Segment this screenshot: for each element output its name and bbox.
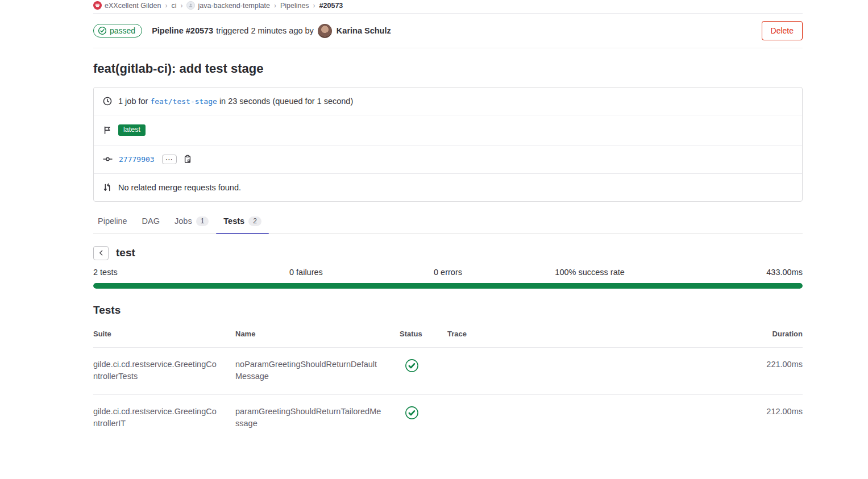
commit-row: 27779903 ⋯: [94, 145, 802, 174]
column-header-status: Status: [400, 328, 447, 340]
triggered-text: triggered 2 minutes ago by: [216, 26, 314, 35]
commit-sha-link[interactable]: 27779903: [119, 155, 155, 164]
copy-commit-sha-button[interactable]: [183, 155, 192, 164]
stat-success-rate: 100% success rate: [519, 268, 661, 277]
pipeline-title: feat(gitlab-ci): add test stage: [93, 61, 803, 76]
test-duration-cell: 212.00ms: [734, 406, 803, 418]
test-suite-stats: 2 tests 0 failures 0 errors 100% success…: [93, 268, 803, 277]
breadcrumb-label: ci: [171, 2, 176, 10]
breadcrumb-item-subgroup[interactable]: ci: [171, 2, 176, 10]
test-status-cell: [400, 406, 447, 423]
column-header-trace: Trace: [447, 328, 734, 340]
tab-jobs[interactable]: Jobs 1: [167, 210, 216, 234]
pipeline-tabs: Pipeline DAG Jobs 1 Tests 2: [93, 210, 803, 234]
author-avatar[interactable]: [318, 24, 332, 38]
breadcrumb-item-pipeline-id: #20573: [319, 2, 343, 10]
column-header-suite: Suite: [93, 328, 235, 340]
breadcrumb-label: eXXcellent Gilden: [105, 2, 161, 10]
tests-section-title: Tests: [93, 304, 803, 316]
clock-icon: [103, 97, 112, 106]
merge-requests-row: No related merge requests found.: [94, 174, 802, 201]
back-button[interactable]: [93, 246, 109, 260]
delete-pipeline-button[interactable]: Delete: [762, 21, 803, 40]
check-circle-icon: [98, 26, 107, 35]
commit-message-toggle-button[interactable]: ⋯: [162, 155, 177, 164]
test-name-cell: paramGreetingShouldReturnTailoredMessage: [235, 406, 400, 430]
ref-link[interactable]: feat/test-stage: [150, 97, 217, 106]
pipeline-trigger-info: Pipeline #20573 triggered 2 minutes ago …: [152, 24, 391, 38]
test-name-cell: noParamGreetingShouldReturnDefaultMessag…: [235, 359, 400, 382]
tests-table-header: Suite Name Status Trace Duration: [93, 322, 803, 348]
chevron-right-icon: ›: [165, 2, 167, 10]
no-merge-requests-text: No related merge requests found.: [118, 183, 241, 192]
tab-count-badge: 1: [196, 216, 209, 226]
chevron-right-icon: ›: [274, 2, 276, 10]
clipboard-icon: [183, 155, 192, 164]
breadcrumb: eXXcellent Gilden › ci › java-backend-te…: [93, 0, 803, 14]
flag-icon: [103, 126, 112, 135]
tests-table: Suite Name Status Trace Duration gilde.c…: [93, 322, 803, 441]
progress-fill: [93, 283, 803, 289]
latest-badge: latest: [118, 124, 146, 136]
group-avatar: [93, 1, 102, 10]
stat-duration: 433.00ms: [661, 268, 803, 277]
status-passed-icon: [405, 406, 419, 420]
pipeline-status-badge[interactable]: passed: [93, 24, 142, 38]
stat-tests: 2 tests: [93, 268, 235, 277]
chevron-right-icon: ›: [313, 2, 315, 10]
jobs-summary-text: 1 job for feat/test-stage in 23 seconds …: [118, 97, 353, 106]
chevron-left-icon: [97, 249, 105, 257]
table-row: gilde.ci.cd.restservice.GreetingControll…: [93, 395, 803, 441]
success-progress-bar: [93, 283, 803, 289]
commit-icon: [103, 155, 113, 164]
jobs-summary-row: 1 job for feat/test-stage in 23 seconds …: [94, 88, 802, 115]
pipeline-status-bar: passed Pipeline #20573 triggered 2 minut…: [93, 14, 803, 48]
compare-branches-icon: [103, 183, 112, 192]
column-header-duration: Duration: [734, 328, 803, 340]
tab-pipeline[interactable]: Pipeline: [93, 210, 135, 234]
test-suite-cell: gilde.ci.cd.restservice.GreetingControll…: [93, 406, 235, 430]
pipeline-id: Pipeline #20573: [152, 26, 213, 35]
jobs-suffix: in 23 seconds (queued for 1 second): [219, 97, 353, 106]
stat-errors: 0 errors: [377, 268, 519, 277]
table-row: gilde.ci.cd.restservice.GreetingControll…: [93, 348, 803, 395]
status-passed-icon: [405, 359, 419, 373]
chevron-right-icon: ›: [180, 2, 182, 10]
breadcrumb-item-pipelines[interactable]: Pipelines: [280, 2, 309, 10]
breadcrumb-label: Pipelines: [280, 2, 309, 10]
test-suite-title: test: [116, 247, 135, 259]
tab-dag[interactable]: DAG: [135, 210, 167, 234]
test-suite-cell: gilde.ci.cd.restservice.GreetingControll…: [93, 359, 235, 382]
breadcrumb-item-project[interactable]: java-backend-template: [186, 1, 269, 10]
status-label: passed: [110, 26, 135, 35]
breadcrumb-item-group[interactable]: eXXcellent Gilden: [93, 1, 161, 10]
stat-failures: 0 failures: [235, 268, 377, 277]
project-avatar: [186, 1, 195, 10]
tab-label: Pipeline: [98, 216, 127, 226]
tab-label: DAG: [142, 216, 160, 226]
breadcrumb-label: java-backend-template: [198, 2, 269, 10]
jobs-prefix: 1 job for: [118, 97, 148, 106]
test-status-cell: [400, 359, 447, 376]
page-container: eXXcellent Gilden › ci › java-backend-te…: [93, 0, 803, 441]
tab-count-badge: 2: [248, 216, 261, 226]
ref-badges-row: latest: [94, 115, 802, 145]
tab-tests[interactable]: Tests 2: [216, 210, 269, 234]
pipeline-info-box: 1 job for feat/test-stage in 23 seconds …: [93, 87, 803, 202]
tab-label: Tests: [223, 216, 244, 226]
author-name-link[interactable]: Karina Schulz: [337, 26, 391, 35]
tab-label: Jobs: [175, 216, 192, 226]
test-suite-header: test: [93, 246, 803, 260]
column-header-name: Name: [235, 328, 400, 340]
test-duration-cell: 221.00ms: [734, 359, 803, 370]
